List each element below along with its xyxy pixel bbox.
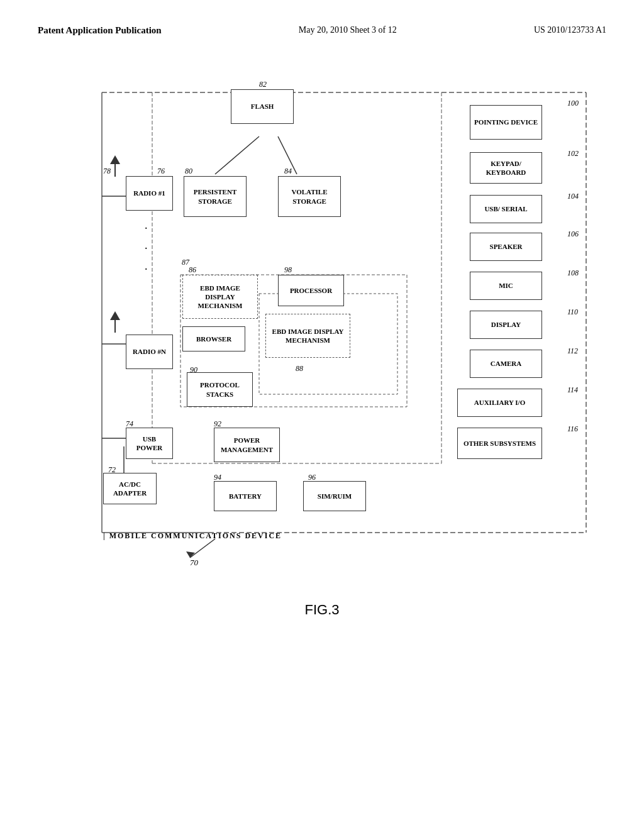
box-mic: MIC bbox=[470, 272, 542, 300]
ref-114: 114 bbox=[567, 385, 578, 395]
box-radioN: RADIO #N bbox=[126, 335, 173, 369]
box-processor: PROCESSOR bbox=[278, 275, 344, 306]
header-right: US 2010/123733 A1 bbox=[534, 25, 606, 35]
box-power-mgmt: POWER MANAGEMENT bbox=[214, 428, 280, 462]
ref-104: 104 bbox=[567, 192, 579, 201]
fig-label: FIG.3 bbox=[38, 602, 606, 618]
box-other: OTHER SUBSYSTEMS bbox=[457, 428, 542, 459]
box-camera: CAMERA bbox=[470, 350, 542, 378]
ref-82: 82 bbox=[259, 80, 267, 89]
box-pointing: POINTING DEVICE bbox=[470, 105, 542, 140]
box-speaker: SPEAKER bbox=[470, 233, 542, 261]
box-keypad: KEYPAD/ KEYBOARD bbox=[470, 152, 542, 184]
box-flash: FLASH bbox=[231, 89, 294, 124]
ref-106: 106 bbox=[567, 230, 579, 239]
ref-100: 100 bbox=[567, 99, 579, 108]
ref-110: 110 bbox=[567, 307, 578, 317]
box-ebd-inner: EBD IMAGE DISPLAY MECHANISM bbox=[265, 314, 350, 358]
ref-87: 87 bbox=[182, 258, 189, 267]
antenna-radio1 bbox=[110, 155, 120, 177]
page: Patent Application Publication May 20, 2… bbox=[0, 0, 644, 830]
antenna-radioN bbox=[110, 311, 120, 333]
box-acdc: AC/DC ADAPTER bbox=[103, 473, 157, 504]
box-sim: SIM/RUIM bbox=[303, 481, 366, 511]
svg-line-16 bbox=[190, 539, 215, 558]
box-auxiliary: AUXILIARY I/O bbox=[457, 389, 542, 417]
box-protocol: PROTOCOL STACKS bbox=[187, 372, 253, 407]
ref-76: 76 bbox=[157, 167, 165, 176]
ref-108: 108 bbox=[567, 268, 579, 278]
page-header: Patent Application Publication May 20, 2… bbox=[38, 25, 606, 36]
ref-80: 80 bbox=[185, 167, 192, 176]
ref-84: 84 bbox=[284, 167, 292, 176]
box-persistent: PERSISTENT STORAGE bbox=[184, 176, 247, 217]
ref-112: 112 bbox=[567, 346, 578, 356]
box-usb-power: USB POWER bbox=[126, 428, 173, 459]
ref-88: 88 bbox=[296, 364, 303, 374]
ref-98: 98 bbox=[284, 265, 292, 275]
svg-line-10 bbox=[215, 136, 259, 174]
box-volatile: VOLATILE STORAGE bbox=[278, 176, 341, 217]
box-browser: BROWSER bbox=[182, 326, 245, 351]
radio-dots: ··· bbox=[145, 218, 148, 279]
ref-102: 102 bbox=[567, 149, 579, 158]
box-ebd-display: EBD IMAGE DISPLAY MECHANISM bbox=[182, 275, 258, 319]
ref-86: 86 bbox=[189, 265, 196, 275]
diagram: 82 FLASH 76 78 RADIO #1 ··· 80 PERSISTEN… bbox=[52, 74, 592, 589]
box-display: DISPLAY bbox=[470, 311, 542, 339]
arrow-70 bbox=[177, 533, 228, 567]
header-center: May 20, 2010 Sheet 3 of 12 bbox=[299, 25, 397, 35]
header-left: Patent Application Publication bbox=[38, 25, 162, 36]
ref-116: 116 bbox=[567, 424, 578, 434]
box-battery: BATTERY bbox=[214, 481, 277, 511]
box-radio1: RADIO #1 bbox=[126, 176, 173, 211]
box-usb-serial: USB/ SERIAL bbox=[470, 195, 542, 223]
